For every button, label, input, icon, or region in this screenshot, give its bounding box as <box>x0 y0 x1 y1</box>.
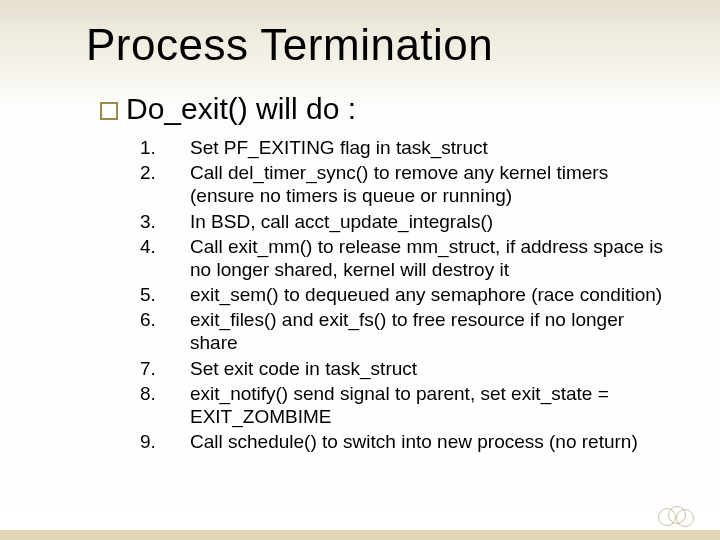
list-item: exit_sem() to dequeued any semaphore (ra… <box>140 283 674 306</box>
list-item: Set PF_EXITING flag in task_struct <box>140 136 674 159</box>
steps-list: Set PF_EXITING flag in task_struct Call … <box>140 136 674 455</box>
subhead-text: Do_exit() will do : <box>126 92 356 126</box>
bullet-square-icon <box>100 102 118 120</box>
list-item: Call schedule() to switch into new proce… <box>140 430 674 453</box>
rings-decoration-icon <box>658 506 694 526</box>
list-item: Set exit code in task_struct <box>140 357 674 380</box>
slide-title: Process Termination <box>86 20 493 70</box>
slide: Process Termination Do_exit() will do : … <box>0 0 720 540</box>
list-item: exit_notify() send signal to parent, set… <box>140 382 674 428</box>
list-item: Call exit_mm() to release mm_struct, if … <box>140 235 674 281</box>
list-item: Call del_timer_sync() to remove any kern… <box>140 161 674 207</box>
slide-subhead: Do_exit() will do : <box>100 92 356 126</box>
list-item: exit_files() and exit_fs() to free resou… <box>140 308 674 354</box>
footer-accent-bar <box>0 530 720 540</box>
list-item: In BSD, call acct_update_integrals() <box>140 210 674 233</box>
